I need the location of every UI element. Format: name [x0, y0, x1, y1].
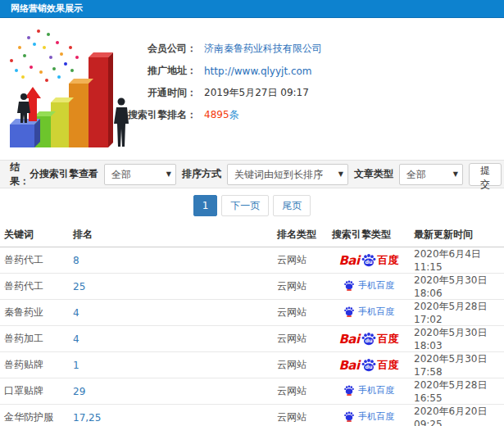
cell-rank: 17,25	[69, 405, 273, 426]
open-time-value: 2019年5月27日 09:17	[204, 86, 309, 100]
engine-rank-label: 搜索引擎排名：	[113, 108, 197, 122]
cell-rank-type: 云网站	[273, 378, 328, 405]
baidu-mobile-name-text: 手机百度	[358, 306, 394, 318]
cell-updated: 2020年6月4日 11:15	[410, 247, 504, 274]
promo-url-row: 推广地址： http://www.qlyyjt.com	[113, 60, 322, 82]
baidu-logo-name-text: 百度	[378, 358, 399, 373]
cell-rank: 4	[69, 300, 273, 326]
engine-filter-select[interactable]: 全部	[104, 164, 176, 185]
pagination: 1 下一页 尾页	[0, 188, 504, 223]
rank-link[interactable]: 17,25	[73, 412, 101, 424]
baidu-logo-bai-text: Bai	[338, 332, 359, 347]
bar-blue-cube	[10, 119, 40, 147]
baidu-mobile-logo: 手机百度	[343, 384, 394, 397]
engine-rank-value: 4895条	[204, 108, 239, 122]
submit-button[interactable]: 提交	[469, 163, 502, 186]
cell-rank-type: 云网站	[273, 247, 328, 274]
page-button-last[interactable]: 尾页	[273, 195, 311, 216]
baidu-pc-logo: Baidu百度	[338, 331, 398, 347]
cell-engine-type: 手机百度	[328, 274, 410, 300]
article-type-label: 文章类型	[354, 167, 393, 181]
rank-link[interactable]: 29	[73, 386, 85, 397]
table-header-row: 关键词 排名 排名类型 搜索引擎类型 最新更新时间	[0, 223, 504, 247]
baidu-mobile-logo: 手机百度	[343, 306, 394, 318]
cell-engine-type: 手机百度	[328, 300, 410, 326]
baidu-paw-icon: du	[361, 331, 377, 347]
rank-link[interactable]: 4	[73, 307, 79, 319]
page-button-next[interactable]: 下一页	[221, 195, 269, 216]
baidu-pc-logo: Baidu百度	[338, 357, 398, 374]
table-row: 秦鲁药业4云网站手机百度2020年5月28日 17:02	[0, 300, 504, 326]
baidu-mobile-name-text: 手机百度	[358, 279, 394, 292]
engine-filter-label: 分搜索引擎查看	[30, 167, 98, 181]
cell-keyword: 兽药加工	[0, 326, 69, 352]
svg-text:du: du	[365, 259, 373, 265]
baidu-mobile-logo: 手机百度	[343, 410, 394, 423]
cell-rank-type: 云网站	[273, 274, 328, 300]
rank-count-unit: 条	[229, 109, 239, 120]
member-company-label: 会员公司：	[113, 42, 197, 56]
page-button-current[interactable]: 1	[193, 195, 218, 216]
open-time-row: 开通时间： 2019年5月27日 09:17	[113, 82, 322, 104]
profile-section: 会员公司： 济南秦鲁药业科技有限公司 推广地址： http://www.qlyy…	[0, 18, 504, 160]
sort-filter-wrap: 关键词由短到长排序	[227, 164, 348, 185]
cell-updated: 2020年5月28日 17:02	[410, 300, 504, 326]
table-row: 兽药贴牌1云网站Baidu百度2020年5月30日 17:58	[0, 352, 504, 378]
baidu-paw-icon	[343, 410, 355, 422]
open-time-label: 开通时间：	[113, 86, 197, 100]
rank-link[interactable]: 4	[73, 333, 79, 345]
baidu-paw-icon	[343, 384, 355, 396]
baidu-logo-bai-text: Bai	[338, 358, 359, 373]
filter-bar: 结果： 分搜索引擎查看 全部 排序方式 关键词由短到长排序 文章类型 全部 提交	[0, 160, 504, 188]
baidu-mobile-name-text: 手机百度	[358, 410, 394, 423]
cell-updated: 2020年5月28日 16:55	[410, 378, 504, 405]
cell-rank: 29	[69, 378, 273, 405]
engine-rank-row: 搜索引擎排名： 4895条	[113, 104, 322, 126]
cell-rank: 8	[69, 247, 273, 274]
sort-filter-label: 排序方式	[182, 167, 221, 181]
header-engine-type: 搜索引擎类型	[328, 223, 410, 247]
cell-updated: 2020年6月20日 09:25	[410, 405, 504, 426]
svg-text:du: du	[365, 338, 373, 344]
baidu-logo-bai-text: Bai	[338, 253, 359, 268]
results-table: 关键词 排名 排名类型 搜索引擎类型 最新更新时间 兽药代工8云网站Baidu百…	[0, 223, 504, 426]
cell-keyword: 兽药代工	[0, 274, 69, 300]
engine-filter-wrap: 全部	[104, 164, 176, 185]
cell-rank-type: 云网站	[273, 326, 328, 352]
header-rank: 排名	[69, 223, 273, 247]
rank-count: 4895	[204, 109, 229, 120]
cell-engine-type: Baidu百度	[328, 326, 410, 352]
cell-keyword: 金华防护服	[0, 405, 69, 426]
baidu-logo-name-text: 百度	[378, 253, 399, 268]
baidu-paw-icon	[343, 279, 355, 291]
cell-engine-type: 手机百度	[328, 405, 410, 426]
member-company-link[interactable]: 济南秦鲁药业科技有限公司	[204, 42, 322, 56]
cell-updated: 2020年5月30日 18:03	[410, 326, 504, 352]
baidu-pc-logo: Baidu百度	[338, 252, 398, 269]
cell-keyword: 口罩贴牌	[0, 378, 69, 405]
member-info: 会员公司： 济南秦鲁药业科技有限公司 推广地址： http://www.qlyy…	[113, 38, 322, 126]
baidu-paw-icon: du	[361, 357, 377, 374]
article-type-wrap: 全部	[399, 164, 463, 185]
result-label: 结果：	[10, 161, 30, 188]
results-table-body: 兽药代工8云网站Baidu百度2020年6月4日 11:15兽药代工25云网站手…	[0, 247, 504, 426]
baidu-logo-name-text: 百度	[378, 332, 399, 347]
rank-link[interactable]: 25	[73, 281, 85, 292]
cell-rank: 25	[69, 274, 273, 300]
table-row: 金华防护服17,25云网站手机百度2020年6月20日 09:25	[0, 405, 504, 426]
cell-updated: 2020年5月30日 18:06	[410, 274, 504, 300]
promo-url-link[interactable]: http://www.qlyyjt.com	[204, 66, 312, 77]
table-row: 兽药加工4云网站Baidu百度2020年5月30日 18:03	[0, 326, 504, 352]
header-keyword: 关键词	[0, 223, 69, 247]
sort-filter-select[interactable]: 关键词由短到长排序	[227, 164, 348, 185]
article-type-select[interactable]: 全部	[399, 164, 463, 185]
cell-rank: 1	[69, 352, 273, 378]
rank-link[interactable]: 1	[73, 360, 79, 371]
baidu-paw-icon: du	[361, 252, 377, 269]
baidu-paw-icon	[343, 306, 355, 317]
header-updated: 最新更新时间	[410, 223, 504, 247]
page-title-bar: 网络营销效果展示	[0, 0, 504, 18]
page-title: 网络营销效果展示	[11, 3, 83, 14]
rank-link[interactable]: 8	[73, 255, 79, 266]
table-row: 兽药代工25云网站手机百度2020年5月30日 18:06	[0, 274, 504, 300]
